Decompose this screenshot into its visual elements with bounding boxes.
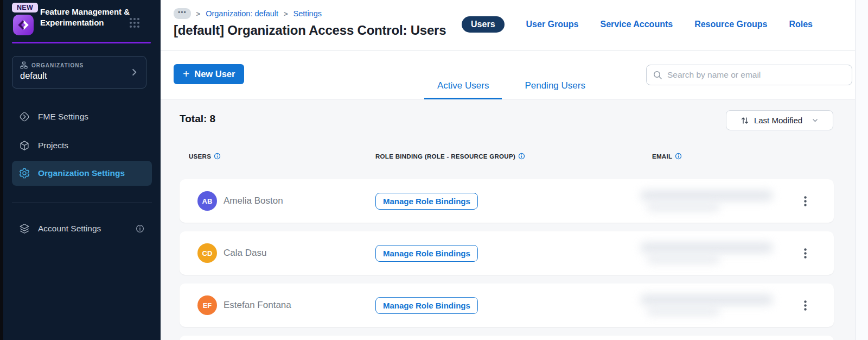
table-row-partial [180, 336, 834, 340]
organization-selector[interactable]: ORGANIZATIONS default [12, 56, 146, 89]
info-icon[interactable] [136, 224, 144, 233]
info-icon[interactable] [214, 153, 221, 160]
apps-grid-icon[interactable] [129, 17, 141, 29]
table-row: CD Cala Dasu Manage Role Bindings [180, 231, 834, 275]
search-icon [653, 71, 662, 80]
sidebar: NEW Feature Management & Experimentation [3, 0, 161, 340]
box-icon [18, 140, 30, 152]
column-header-users: USERS [189, 153, 221, 160]
split-outline-icon [18, 111, 30, 123]
app-logo [13, 15, 34, 35]
sidebar-item-projects[interactable]: Projects [12, 134, 152, 157]
user-name: Cala Dasu [224, 231, 266, 275]
info-icon[interactable] [518, 153, 525, 160]
avatar: AB [197, 191, 217, 211]
nav-tab-user-groups[interactable]: User Groups [526, 20, 579, 29]
manage-role-bindings-button[interactable]: Manage Role Bindings [375, 297, 478, 314]
user-state-tabs: Active Users Pending Users [424, 80, 598, 99]
users-table: Total: 8 Last Modified USERS ROLE BINDIN… [161, 99, 855, 340]
screen: NEW Feature Management & Experimentation [0, 0, 868, 340]
gear-icon [18, 167, 30, 179]
manage-role-bindings-button[interactable]: Manage Role Bindings [375, 193, 478, 210]
sidebar-item-label: Organization Settings [38, 168, 125, 178]
app-title: Feature Management & Experimentation [40, 7, 133, 28]
nav-tab-service-accounts[interactable]: Service Accounts [600, 20, 673, 29]
total-count: Total: 8 [180, 113, 215, 125]
breadcrumb-link-organization[interactable]: Organization: default [206, 9, 278, 18]
hierarchy-icon [20, 61, 28, 69]
sidebar-item-label: Projects [38, 141, 68, 150]
split-logo-icon [16, 18, 30, 32]
breadcrumb-ellipsis-button[interactable]: ••• [174, 8, 191, 19]
breadcrumb-link-settings[interactable]: Settings [293, 9, 322, 18]
page-title: [default] Organization Access Control: U… [174, 23, 446, 38]
new-user-button[interactable]: + New User [174, 64, 244, 84]
sidebar-item-organization-settings[interactable]: Organization Settings [12, 161, 152, 186]
table-rows: AB Amelia Boston Manage Role Bindings CD… [180, 179, 834, 340]
nav-tab-users[interactable]: Users [462, 16, 504, 33]
avatar: EF [197, 295, 217, 315]
sidebar-item-label: Account Settings [38, 224, 101, 234]
tab-active-users[interactable]: Active Users [424, 80, 502, 99]
sidebar-item-account-settings[interactable]: Account Settings [12, 217, 152, 240]
organization-value: default [20, 71, 138, 81]
organizations-label: ORGANIZATIONS [31, 62, 84, 68]
user-name: Amelia Boston [224, 179, 283, 223]
breadcrumb-separator: > [196, 10, 201, 18]
nav-tab-roles[interactable]: Roles [789, 20, 813, 29]
manage-role-bindings-button[interactable]: Manage Role Bindings [375, 245, 478, 262]
chevron-down-icon [812, 117, 819, 124]
sidebar-item-label: FME Settings [38, 112, 88, 122]
row-menu-button[interactable] [797, 243, 813, 263]
table-row: AB Amelia Boston Manage Role Bindings [180, 179, 834, 223]
plus-icon: + [183, 67, 189, 80]
table-header-row: USERS ROLE BINDING (ROLE - RESOURCE GROU… [161, 153, 855, 163]
column-header-email: EMAIL [652, 153, 682, 160]
column-header-role-binding: ROLE BINDING (ROLE - RESOURCE GROUP) [375, 153, 525, 160]
email-redacted [640, 290, 781, 320]
sort-value: Last Modified [754, 116, 802, 125]
page-header: ••• > Organization: default > Settings [… [161, 0, 855, 51]
sort-arrows-icon [741, 116, 749, 125]
new-user-label: New User [194, 69, 235, 79]
row-menu-button[interactable] [797, 191, 813, 211]
sidebar-divider [12, 203, 152, 203]
search-input[interactable] [667, 70, 845, 80]
chevron-right-icon [130, 67, 139, 77]
user-name: Estefan Fontana [224, 284, 291, 327]
breadcrumb: ••• > Organization: default > Settings [174, 8, 322, 19]
layers-icon [18, 223, 30, 235]
search-box [646, 65, 852, 85]
toolbar: + New User Active Users Pending Users [161, 51, 855, 99]
avatar: CD [197, 243, 217, 263]
kebab-icon [804, 248, 807, 259]
row-menu-button[interactable] [797, 295, 813, 315]
main-panel: ••• > Organization: default > Settings [… [161, 0, 856, 340]
new-badge: NEW [12, 3, 38, 12]
tab-pending-users[interactable]: Pending Users [512, 80, 598, 99]
sort-dropdown[interactable]: Last Modified [726, 110, 833, 130]
sidebar-item-fme-settings[interactable]: FME Settings [12, 105, 152, 128]
nav-tab-resource-groups[interactable]: Resource Groups [694, 20, 767, 29]
brand-divider [12, 42, 151, 43]
kebab-icon [804, 196, 807, 206]
email-redacted [640, 186, 781, 216]
kebab-icon [804, 300, 807, 311]
table-row: EF Estefan Fontana Manage Role Bindings [180, 284, 834, 327]
info-icon[interactable] [675, 153, 682, 160]
email-redacted [640, 238, 781, 268]
access-control-nav: Users User Groups Service Accounts Resou… [462, 16, 813, 33]
breadcrumb-separator: > [284, 10, 288, 18]
